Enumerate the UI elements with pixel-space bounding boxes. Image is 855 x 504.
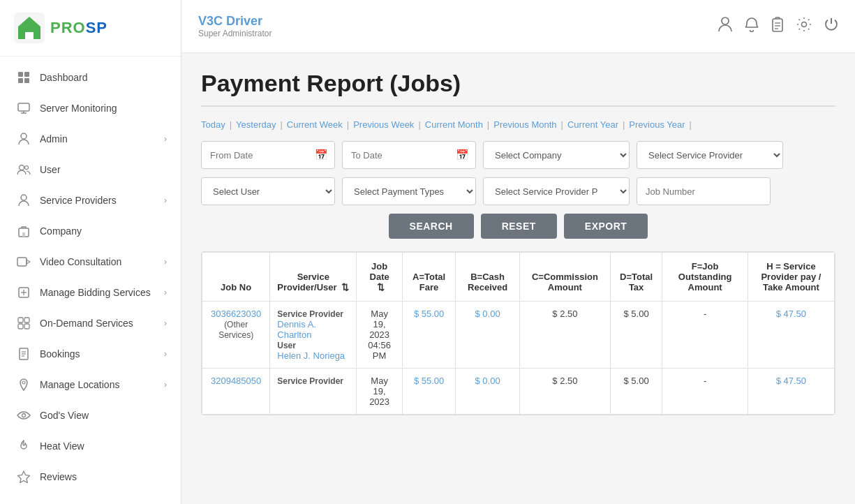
button-row: SEARCH RESET EXPORT <box>201 214 835 239</box>
job-number-input[interactable] <box>637 177 771 205</box>
person-icon <box>16 131 31 147</box>
sidebar-item-service-providers[interactable]: Service Providers › <box>0 185 181 216</box>
sidebar-item-label: Reviews <box>40 471 167 482</box>
cell-job-date: May 19, 2023 04:56 PM <box>357 302 403 369</box>
sidebar-item-manage-bidding[interactable]: Manage Bidding Services › <box>0 277 181 308</box>
user-icon[interactable] <box>718 17 732 36</box>
take-amount-link[interactable]: $ 47.50 <box>776 376 806 386</box>
sort-icon[interactable]: ⇅ <box>377 282 385 292</box>
to-date-wrap: 📅 <box>342 141 476 169</box>
svg-rect-5 <box>18 78 23 83</box>
sidebar-item-heat-view[interactable]: Heat View <box>0 431 181 461</box>
svg-rect-15 <box>22 232 25 237</box>
clipboard-icon[interactable] <box>771 17 784 36</box>
page-title: Payment Report (Jobs) <box>201 70 835 97</box>
select-company[interactable]: Select Company <box>483 141 630 169</box>
job-no-link[interactable]: 3036623030 <box>211 309 261 319</box>
sidebar-item-user[interactable]: User <box>0 154 181 185</box>
cell-total-fare: $ 55.00 <box>402 369 455 415</box>
svg-point-12 <box>25 166 29 170</box>
sidebar-item-video-consultation[interactable]: Video Consultation › <box>0 246 181 277</box>
col-header-outstanding: F=Job Outstanding Amount <box>662 253 748 302</box>
sp-name-link[interactable]: Dennis A. Charlton <box>277 319 316 340</box>
cell-outstanding: - <box>662 369 748 415</box>
sidebar-item-label: Bookings <box>40 348 164 360</box>
date-nav-previous-year[interactable]: Previous Year <box>629 119 685 130</box>
export-button[interactable]: EXPORT <box>564 214 648 239</box>
total-fare-link[interactable]: $ 55.00 <box>414 309 444 319</box>
user-label: User <box>277 341 296 350</box>
chevron-icon: › <box>164 318 167 328</box>
power-icon[interactable] <box>824 17 838 36</box>
sidebar-item-dashboard[interactable]: Dashboard <box>0 62 181 93</box>
chevron-icon: › <box>164 257 167 267</box>
sidebar-item-label: Dashboard <box>40 72 167 83</box>
cash-received-link[interactable]: $ 0.00 <box>475 309 500 319</box>
date-nav-previous-month[interactable]: Previous Month <box>493 119 556 130</box>
cell-job-date: May 19, 2023 <box>357 369 403 415</box>
reset-button[interactable]: RESET <box>481 214 557 239</box>
grid2-icon <box>16 316 31 331</box>
date-nav: Today | Yesterday | Current Week | Previ… <box>201 119 835 130</box>
content-area: Payment Report (Jobs) Today | Yesterday … <box>181 53 855 504</box>
sidebar-logo: PROSP <box>0 0 181 57</box>
bid-icon <box>16 285 31 300</box>
topbar-info: V3C Driver Super Administrator <box>198 14 272 38</box>
sidebar-item-label: Video Consultation <box>40 256 164 267</box>
sidebar-item-label: Service Providers <box>40 195 164 206</box>
select-user[interactable]: Select User <box>201 177 335 205</box>
svg-point-30 <box>22 414 26 417</box>
svg-point-32 <box>722 17 729 24</box>
date-nav-previous-week[interactable]: Previous Week <box>353 119 414 130</box>
sidebar-item-label: Admin <box>40 133 164 144</box>
sidebar-item-company[interactable]: Company <box>0 216 181 246</box>
sidebar-item-label: God's View <box>40 410 167 421</box>
sidebar-item-bookings[interactable]: Bookings › <box>0 339 181 369</box>
sort-icon[interactable]: ⇅ <box>341 282 349 292</box>
select-service-provider-1[interactable]: Select Service Provider <box>637 141 783 169</box>
select-service-provider-2[interactable]: Select Service Provider P <box>483 177 630 205</box>
sidebar-item-manage-locations[interactable]: Manage Locations › <box>0 369 181 400</box>
cell-cash-received: $ 0.00 <box>456 369 520 415</box>
svg-rect-3 <box>18 72 23 77</box>
date-nav-yesterday[interactable]: Yesterday <box>236 119 276 130</box>
sidebar-item-admin[interactable]: Admin › <box>0 124 181 154</box>
grid-icon <box>16 70 31 85</box>
person-service-icon <box>16 193 31 208</box>
sidebar-item-server-monitoring[interactable]: Server Monitoring <box>0 93 181 124</box>
cash-received-link[interactable]: $ 0.00 <box>475 376 500 386</box>
cell-take-amount: $ 47.50 <box>748 302 834 369</box>
person-group-icon <box>16 162 31 177</box>
sidebar-item-label: Manage Locations <box>40 379 164 390</box>
from-date-input[interactable] <box>201 141 335 169</box>
select-payment-types[interactable]: Select Payment Types <box>342 177 476 205</box>
alert-icon[interactable] <box>745 17 759 36</box>
topbar: V3C Driver Super Administrator <box>181 0 855 53</box>
search-button[interactable]: SEARCH <box>389 214 474 239</box>
svg-rect-21 <box>18 318 23 323</box>
sp-label: Service Provider <box>277 376 343 386</box>
chevron-icon: › <box>164 288 167 297</box>
sidebar-item-reviews[interactable]: Reviews <box>0 461 181 492</box>
file-icon <box>16 346 31 362</box>
svg-marker-31 <box>18 471 30 483</box>
user-name-link[interactable]: Helen J. Noriega <box>277 350 345 361</box>
date-nav-today[interactable]: Today <box>201 119 225 130</box>
take-amount-link[interactable]: $ 47.50 <box>776 309 806 319</box>
sidebar-item-label: User <box>40 164 167 175</box>
to-date-input[interactable] <box>342 141 476 169</box>
video-icon <box>16 254 31 269</box>
sidebar-item-on-demand[interactable]: On-Demand Services › <box>0 308 181 339</box>
chevron-icon: › <box>164 195 167 205</box>
date-nav-current-week[interactable]: Current Week <box>287 119 343 130</box>
date-nav-current-year[interactable]: Current Year <box>567 119 618 130</box>
sidebar-item-gods-view[interactable]: God's View <box>0 400 181 431</box>
total-fare-link[interactable]: $ 55.00 <box>414 376 444 386</box>
chevron-icon: › <box>164 134 167 144</box>
settings-icon[interactable] <box>796 17 812 36</box>
job-no-link[interactable]: 3209485050 <box>211 376 261 386</box>
fire-icon <box>16 438 31 454</box>
date-nav-current-month[interactable]: Current Month <box>425 119 483 130</box>
svg-point-11 <box>20 165 24 170</box>
building-icon <box>16 223 31 239</box>
